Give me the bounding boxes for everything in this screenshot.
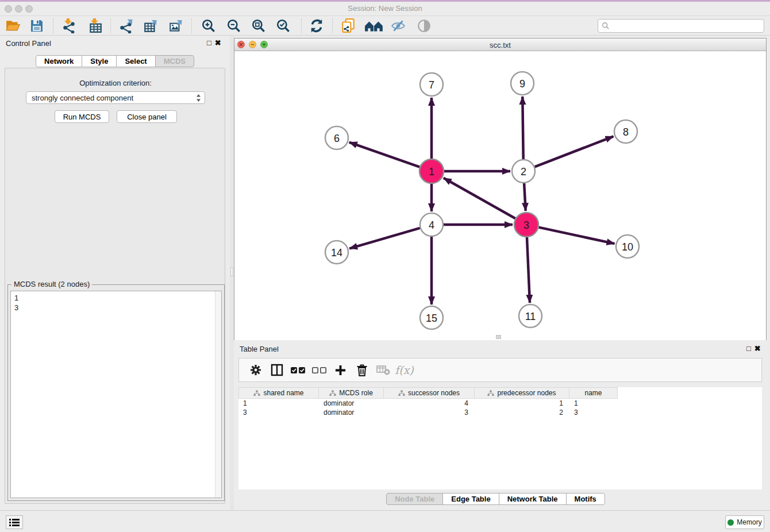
node-3[interactable]: 3: [514, 213, 538, 237]
edge-3-10[interactable]: [539, 228, 615, 244]
close-panel-button[interactable]: Close panel: [117, 110, 177, 123]
table-tab-node-table[interactable]: Node Table: [386, 493, 443, 505]
run-mcds-button[interactable]: Run MCDS: [55, 110, 109, 123]
add-column-icon[interactable]: [330, 360, 351, 380]
tab-select[interactable]: Select: [116, 55, 155, 67]
edge-4-14[interactable]: [349, 228, 420, 249]
node-2[interactable]: 2: [512, 160, 535, 183]
column-header-successor-nodes[interactable]: successor nodes: [384, 387, 475, 399]
node-15[interactable]: 15: [420, 306, 443, 329]
export-table-icon[interactable]: [141, 17, 160, 34]
import-table-icon[interactable]: [86, 17, 105, 34]
cell-name[interactable]: 1: [569, 399, 618, 408]
edge-1-6[interactable]: [349, 142, 420, 167]
table-settings-icon[interactable]: [245, 360, 266, 380]
network-canvas[interactable]: 7968124314101511: [234, 51, 766, 340]
zoom-out-icon[interactable]: [224, 17, 244, 34]
window-title: Session: New Session: [0, 4, 770, 13]
mcds-result-title: MCDS result (2 nodes): [11, 280, 92, 288]
show-columns-icon[interactable]: [266, 360, 287, 380]
network-window-titlebar[interactable]: scc.txt: [234, 38, 766, 51]
search-input[interactable]: [610, 20, 764, 32]
delete-column-icon[interactable]: [351, 360, 372, 380]
cell-predecessor-nodes[interactable]: 2: [475, 408, 569, 417]
edge-2-8[interactable]: [535, 136, 614, 167]
column-header-shared-name[interactable]: shared name: [238, 387, 319, 399]
splitter-handle[interactable]: [230, 267, 233, 276]
node-6[interactable]: 6: [325, 126, 348, 149]
float-panel-icon[interactable]: □: [207, 38, 215, 47]
node-7[interactable]: 7: [420, 73, 443, 96]
column-header-predecessor-nodes[interactable]: predecessor nodes: [475, 387, 569, 399]
refresh-layout-icon[interactable]: [307, 17, 326, 34]
table-tab-motifs[interactable]: Motifs: [566, 493, 605, 505]
cell-shared-name[interactable]: 1: [238, 399, 319, 408]
zoom-selected-icon[interactable]: [274, 17, 293, 34]
node-1[interactable]: 1: [419, 159, 444, 183]
select-all-icon[interactable]: [287, 360, 309, 380]
deselect-all-icon[interactable]: [309, 360, 330, 380]
cell-mcds-role[interactable]: dominator: [319, 399, 384, 408]
edge-3-1[interactable]: [444, 178, 515, 218]
zoom-fit-icon[interactable]: [249, 17, 268, 34]
app-titlebar: Session: New Session: [0, 0, 770, 16]
node-8[interactable]: 8: [614, 120, 637, 143]
cell-shared-name[interactable]: 3: [238, 408, 319, 417]
table-row-1[interactable]: 1dominator411: [238, 399, 762, 408]
edge-2-3[interactable]: [524, 183, 526, 211]
cell-successor-nodes[interactable]: 4: [384, 399, 475, 408]
cell-mcds-role[interactable]: dominator: [319, 408, 384, 417]
svg-text:15: 15: [426, 313, 437, 324]
float-panel-icon[interactable]: □: [746, 344, 754, 353]
node-11[interactable]: 11: [519, 304, 542, 327]
hide-graphics-icon[interactable]: [388, 17, 408, 34]
svg-text:11: 11: [525, 311, 536, 322]
clone-network-icon[interactable]: [338, 17, 358, 34]
import-network-icon[interactable]: [59, 17, 79, 34]
table-panel-tabs: Node TableEdge TableNetwork TableMotifs: [234, 493, 757, 505]
column-type-icon: [329, 390, 336, 396]
control-panel-title: Control Panel: [6, 39, 51, 48]
canvas-hscroll-thumb[interactable]: [496, 335, 501, 339]
open-session-icon[interactable]: [3, 17, 23, 34]
memory-label: Memory: [737, 518, 761, 526]
tab-style[interactable]: Style: [82, 55, 117, 67]
search-icon: [602, 22, 610, 30]
toolbar-separator: [332, 18, 333, 33]
cell-predecessor-nodes[interactable]: 1: [475, 399, 569, 408]
export-image-icon[interactable]: [166, 17, 186, 34]
column-label: successor nodes: [408, 389, 460, 397]
memory-button[interactable]: Memory: [725, 515, 764, 529]
zoom-in-icon[interactable]: [199, 17, 218, 34]
node-4[interactable]: 4: [420, 213, 443, 236]
toolbar-separator: [53, 18, 53, 33]
mcds-result-textarea[interactable]: 1 3: [10, 291, 222, 498]
tab-mcds[interactable]: MCDS: [155, 55, 194, 67]
column-header-name[interactable]: name: [569, 387, 618, 399]
vertical-splitter[interactable]: [230, 36, 234, 510]
home-view-icon[interactable]: [363, 17, 386, 34]
table-tab-edge-table[interactable]: Edge Table: [442, 493, 499, 505]
table-body: 1dominator4113dominator323: [238, 399, 762, 417]
table-row-2[interactable]: 3dominator323: [238, 408, 762, 417]
node-10[interactable]: 10: [616, 235, 639, 258]
table-tab-network-table[interactable]: Network Table: [499, 493, 567, 505]
cell-name[interactable]: 3: [569, 408, 618, 417]
node-14[interactable]: 14: [325, 241, 348, 264]
edge-3-11[interactable]: [527, 237, 530, 303]
column-header-mcds-role[interactable]: MCDS role: [319, 387, 384, 399]
tab-network[interactable]: Network: [36, 55, 82, 67]
column-label: MCDS role: [339, 389, 373, 397]
close-panel-icon[interactable]: ✖: [754, 344, 764, 353]
save-session-icon[interactable]: [27, 17, 47, 34]
edge-2-9[interactable]: [522, 97, 523, 159]
close-panel-icon[interactable]: ✖: [215, 38, 225, 47]
cell-successor-nodes[interactable]: 3: [384, 408, 475, 417]
mcds-tab-content: Optimization criterion: strongly connect…: [5, 68, 225, 504]
export-network-icon[interactable]: [116, 17, 136, 34]
task-history-button[interactable]: [6, 515, 23, 529]
search-field[interactable]: [598, 19, 764, 33]
node-9[interactable]: 9: [511, 72, 534, 95]
result-scrollbar[interactable]: [215, 291, 221, 498]
criterion-select[interactable]: strongly connected component: [26, 91, 205, 104]
